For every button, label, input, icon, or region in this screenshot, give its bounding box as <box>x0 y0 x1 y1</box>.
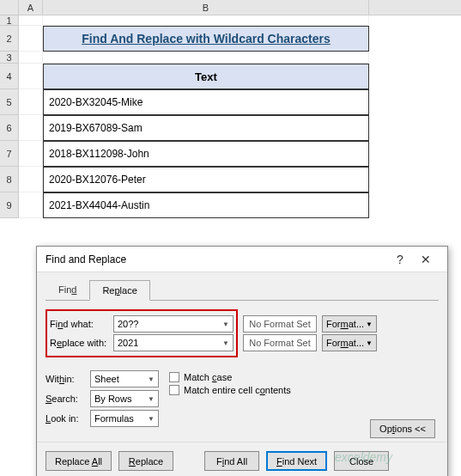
btn-label: Find All <box>216 456 247 467</box>
cell-a9[interactable] <box>19 192 43 218</box>
chevron-down-icon[interactable]: ▼ <box>148 415 155 423</box>
table-row[interactable]: 2020-BX32045-Mike <box>43 89 369 115</box>
cell-b3[interactable] <box>43 52 369 64</box>
table-row[interactable]: 2020-BX12076-Peter <box>43 167 369 192</box>
within-label: Within: <box>45 374 85 384</box>
select-all-corner[interactable] <box>0 0 19 15</box>
cell-a5[interactable] <box>19 89 43 115</box>
match-entire-checkbox[interactable] <box>169 385 179 395</box>
options-button[interactable]: Options << <box>370 419 435 438</box>
find-next-button[interactable]: Find Next <box>266 451 327 471</box>
cell-a7[interactable] <box>19 141 43 167</box>
cell-a1[interactable] <box>19 15 43 26</box>
find-what-label: Find what: <box>50 319 108 329</box>
cell-a2[interactable] <box>19 26 43 52</box>
cells-area: Find And Replace with Wildcard Character… <box>19 15 461 218</box>
replace-button[interactable]: Replace <box>118 451 173 471</box>
format-btn-label: Format... <box>326 319 364 329</box>
chevron-down-icon[interactable]: ▼ <box>148 395 155 403</box>
chevron-down-icon[interactable]: ▼ <box>222 320 229 328</box>
row-header-6[interactable]: 6 <box>0 115 19 141</box>
tab-replace-label: Replace <box>102 285 136 296</box>
tab-find-label: Find <box>58 284 76 295</box>
replace-format-button[interactable]: Format...▼ <box>322 334 377 351</box>
dialog-body: Find what: 20??▼ Replace with: 2021▼ No … <box>37 301 447 442</box>
match-case-checkbox[interactable] <box>169 372 179 382</box>
chevron-down-icon[interactable]: ▼ <box>222 339 229 347</box>
row-header-8[interactable]: 8 <box>0 167 19 192</box>
cell-a6[interactable] <box>19 115 43 141</box>
within-value: Sheet <box>94 374 119 384</box>
close-button[interactable]: Close <box>334 451 389 471</box>
match-entire-label: Match entire cell contents <box>184 385 291 395</box>
row-header-4[interactable]: 4 <box>0 64 19 89</box>
dialog-titlebar[interactable]: Find and Replace ? ✕ <box>37 247 447 272</box>
col-header-a[interactable]: A <box>19 0 43 15</box>
row-headers: 1 2 3 4 5 6 7 8 9 <box>0 15 19 218</box>
dialog-tabs: Find Replace <box>37 272 447 300</box>
help-button[interactable]: ? <box>387 253 413 266</box>
find-format-button[interactable]: Format...▼ <box>322 315 377 333</box>
btn-label: Find Next <box>276 456 317 467</box>
replace-format-display: No Format Set <box>243 334 317 351</box>
lookin-value: Formulas <box>94 413 134 424</box>
close-icon[interactable]: ✕ <box>413 253 439 266</box>
cell-a8[interactable] <box>19 167 43 192</box>
lookin-label: Look in: <box>45 413 85 424</box>
chevron-down-icon[interactable]: ▼ <box>148 375 155 383</box>
col-header-b[interactable]: B <box>43 0 369 15</box>
tab-find[interactable]: Find <box>45 279 89 300</box>
table-row[interactable]: 2021-BX44044-Austin <box>43 192 369 218</box>
dialog-title: Find and Replace <box>45 253 387 265</box>
btn-label: Replace All <box>55 456 102 467</box>
cell-a3[interactable] <box>19 52 43 64</box>
replace-with-value: 2021 <box>118 338 138 348</box>
format-btn-label: Format... <box>326 338 364 348</box>
within-combo[interactable]: Sheet▼ <box>90 370 159 388</box>
title-cell[interactable]: Find And Replace with Wildcard Character… <box>43 26 369 52</box>
find-format-display: No Format Set <box>243 315 317 333</box>
replace-with-label: Replace with: <box>50 338 108 348</box>
btn-label: Replace <box>129 456 163 467</box>
dialog-buttons: Replace All Replace Find All Find Next C… <box>37 442 447 476</box>
row-header-1[interactable]: 1 <box>0 15 19 26</box>
search-combo[interactable]: By Rows▼ <box>90 390 159 407</box>
column-headers: A B <box>0 0 461 15</box>
row-header-9[interactable]: 9 <box>0 192 19 218</box>
chevron-down-icon[interactable]: ▼ <box>366 320 373 328</box>
search-value: By Rows <box>94 394 131 404</box>
match-checks: Match case Match entire cell contents <box>169 368 291 398</box>
table-row[interactable]: 2019-BX67089-Sam <box>43 115 369 141</box>
row-header-3[interactable]: 3 <box>0 52 19 64</box>
cell-b1[interactable] <box>43 15 369 26</box>
table-header[interactable]: Text <box>43 64 369 89</box>
row-header-5[interactable]: 5 <box>0 89 19 115</box>
lookin-combo[interactable]: Formulas▼ <box>90 410 159 427</box>
format-block: No Format Set Format...▼ No Format Set F… <box>243 309 377 353</box>
cell-a4[interactable] <box>19 64 43 89</box>
find-replace-dialog: Find and Replace ? ✕ Find Replace Find w… <box>36 246 448 476</box>
options-btn-label: Options << <box>379 424 426 434</box>
scope-options: Within: Sheet▼ Search: By Rows▼ Look in:… <box>45 368 159 430</box>
find-all-button[interactable]: Find All <box>204 451 259 471</box>
table-row[interactable]: 2018-BX112098-John <box>43 141 369 167</box>
match-case-label: Match case <box>184 372 232 382</box>
chevron-down-icon[interactable]: ▼ <box>366 339 373 347</box>
search-label: Search: <box>45 394 85 404</box>
find-what-input[interactable]: 20??▼ <box>113 315 234 333</box>
search-fields-highlight: Find what: 20??▼ Replace with: 2021▼ <box>45 309 238 357</box>
replace-with-input[interactable]: 2021▼ <box>113 334 234 351</box>
spreadsheet: A B 1 2 3 4 5 6 7 8 9 Find And Replace w… <box>0 0 461 218</box>
row-header-2[interactable]: 2 <box>0 26 19 52</box>
tab-replace[interactable]: Replace <box>89 280 149 301</box>
replace-all-button[interactable]: Replace All <box>45 451 112 471</box>
find-what-value: 20?? <box>118 319 138 329</box>
row-header-7[interactable]: 7 <box>0 141 19 167</box>
